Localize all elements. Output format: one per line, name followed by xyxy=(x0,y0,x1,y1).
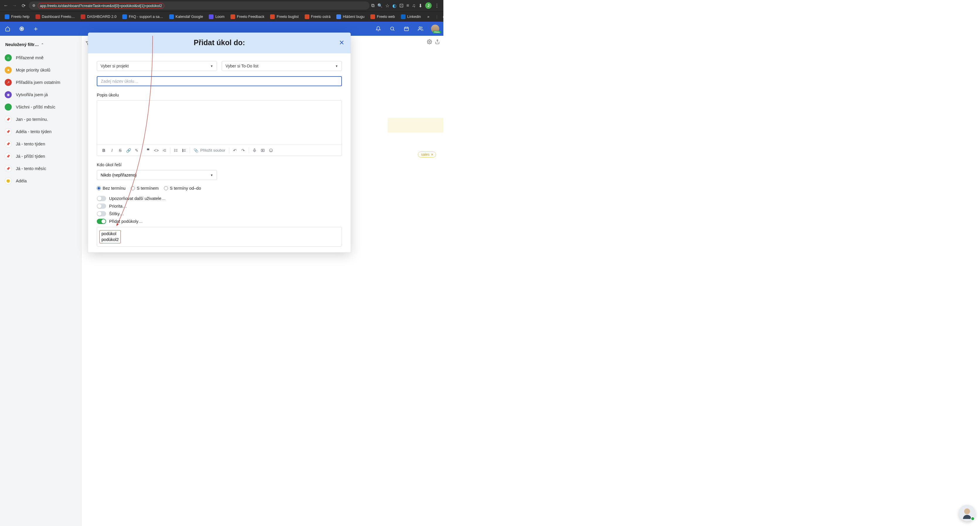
add-icon[interactable]: ＋ xyxy=(32,25,39,32)
modal-body: Vyber si projekt ▼ Vyber si To-Do list ▼… xyxy=(88,53,351,253)
bookmark-item[interactable]: Linkedin xyxy=(399,13,423,20)
radio-single-deadline[interactable]: S termínem xyxy=(131,186,159,191)
bookmark-star-icon[interactable]: ☆ xyxy=(385,3,390,8)
project-select[interactable]: Vyber si projekt ▼ xyxy=(97,61,217,71)
quote-button[interactable]: ❝ xyxy=(144,146,152,154)
bookmark-favicon xyxy=(209,14,213,19)
bold-button[interactable]: B xyxy=(100,146,108,154)
browser-chrome: ← → ⟳ ⚙ app.freelo.io/dashboard?createTa… xyxy=(0,0,443,22)
extensions-icon[interactable]: ⚀ xyxy=(399,3,404,8)
link-button[interactable]: 🔗 xyxy=(125,146,132,154)
bookmark-bar: Freelo helpDashboard Freelo…DASHBOARD 2.… xyxy=(0,11,443,22)
notifications-icon[interactable] xyxy=(375,25,382,32)
sidebar-item-icon: 📌 xyxy=(5,153,12,160)
highlight-button[interactable]: ✎ xyxy=(133,146,140,154)
modal-title: Přidat úkol do: xyxy=(95,38,344,47)
toggle-priority-switch[interactable] xyxy=(97,203,106,209)
menu-icon-1[interactable]: ≡ xyxy=(406,3,409,8)
forward-button[interactable]: → xyxy=(11,2,18,9)
strike-button[interactable]: S xyxy=(116,146,124,154)
bookmark-item[interactable]: Freelo Feedback xyxy=(228,13,267,20)
sidebar-title[interactable]: Neuložený filtr… ⌃ xyxy=(0,40,81,52)
bookmark-item[interactable]: Freelo help xyxy=(2,13,32,20)
people-icon[interactable] xyxy=(417,25,424,32)
bookmark-favicon xyxy=(270,14,275,19)
sales-tag[interactable]: sales ✕ xyxy=(418,152,436,157)
redo-button[interactable]: ↷ xyxy=(239,146,247,154)
sidebar-item[interactable]: ↗Přiřadil/a jsem ostatním xyxy=(0,76,81,89)
sidebar-item[interactable]: 📌Já - příští týden xyxy=(0,150,81,162)
bookmark-item[interactable]: Loom xyxy=(207,13,227,20)
zoom-icon[interactable]: 🔍 xyxy=(377,3,382,8)
address-bar[interactable]: ⚙ app.freelo.io/dashboard?createTask=tru… xyxy=(29,2,369,10)
user-avatar[interactable]: TRIAL xyxy=(431,25,439,33)
bookmark-favicon xyxy=(5,14,10,19)
toggle-subtasks: Přidat podúkoly… xyxy=(97,219,342,224)
sidebar-item-label: Moje priority úkolů xyxy=(16,68,51,72)
bookmark-item[interactable]: DASHBOARD 2.0 xyxy=(78,13,119,20)
number-list-button[interactable]: 123 xyxy=(180,146,188,154)
bookmark-item[interactable]: Hlášení bugu xyxy=(334,13,367,20)
bookmark-item[interactable]: Freelo ostrá xyxy=(302,13,333,20)
sidebar-item[interactable]: 📌Jan - po termínu. xyxy=(0,113,81,126)
playlist-icon[interactable]: ♫ xyxy=(412,3,415,8)
profile-avatar[interactable]: J xyxy=(425,2,432,9)
view-controls xyxy=(427,39,440,45)
bullet-list-button[interactable] xyxy=(172,146,180,154)
settings-icon[interactable] xyxy=(427,39,432,45)
task-name-input[interactable] xyxy=(97,76,342,86)
site-info-icon[interactable]: ⚙ xyxy=(32,3,35,8)
overflow-menu-icon[interactable]: ⋮ xyxy=(434,3,439,8)
all-bookmarks-button[interactable]: 🗀 Všechny záložky xyxy=(441,13,443,20)
sidebar-item[interactable]: 🙂Adéla xyxy=(0,175,81,187)
open-external-icon[interactable]: ⧉ xyxy=(371,3,374,8)
bookmark-favicon xyxy=(371,14,375,19)
bookmark-item[interactable]: Dashboard Freelo… xyxy=(33,13,77,20)
toggle-tags-switch[interactable] xyxy=(97,211,106,216)
back-button[interactable]: ← xyxy=(2,2,10,9)
subtask-line: podúkol2 xyxy=(102,237,119,243)
close-icon[interactable]: ✕ xyxy=(339,39,344,47)
wheel-icon[interactable] xyxy=(18,25,25,32)
share-icon[interactable] xyxy=(435,39,440,45)
italic-button[interactable]: I xyxy=(108,146,116,154)
editor-body[interactable] xyxy=(97,100,342,145)
calendar-icon[interactable] xyxy=(403,25,410,32)
emoji-icon[interactable] xyxy=(267,146,275,154)
toggle-priority: Priorita… xyxy=(97,203,342,209)
outdent-button[interactable] xyxy=(161,146,168,154)
reload-button[interactable]: ⟳ xyxy=(20,2,27,9)
bookmark-item[interactable]: Kalendář Google xyxy=(167,13,205,20)
svg-rect-2 xyxy=(404,27,409,31)
sidebar-item[interactable]: ◉Vytvořil/a jsem já xyxy=(0,89,81,101)
subtask-area[interactable]: podúkol podúkol2 xyxy=(97,227,342,246)
sidebar-item[interactable]: 📌Adéla - tento týden xyxy=(0,126,81,138)
extension-icon-1[interactable]: ◐ xyxy=(392,3,396,8)
bookmark-item[interactable]: Freelo buglist xyxy=(268,13,301,20)
bookmark-overflow[interactable]: » xyxy=(424,15,432,19)
mic-icon[interactable] xyxy=(251,146,258,154)
toggle-subtasks-switch[interactable] xyxy=(97,219,106,224)
toggle-notify-switch[interactable] xyxy=(97,196,106,201)
bookmark-item[interactable]: Freelo web xyxy=(368,13,397,20)
sidebar-item-label: Přiřazené mně xyxy=(16,56,43,60)
video-icon[interactable] xyxy=(259,146,267,154)
sidebar: Neuložený filtr… ⌃ ⌂Přiřazené mně★Moje p… xyxy=(0,36,81,526)
code-button[interactable]: <> xyxy=(153,146,160,154)
search-icon[interactable] xyxy=(389,25,396,32)
sidebar-item[interactable]: ⌂Přiřazené mně xyxy=(0,52,81,64)
bookmark-item[interactable]: FAQ - support a sa… xyxy=(120,13,165,20)
assignee-select[interactable]: Nikdo (nepřiřazeno) ▼ xyxy=(97,170,217,180)
radio-range-deadline[interactable]: S termíny od–do xyxy=(164,186,201,191)
download-icon[interactable]: ⬇ xyxy=(418,3,422,8)
todolist-select[interactable]: Vyber si To-Do list ▼ xyxy=(222,61,342,71)
sidebar-item[interactable]: 📌Já - tento měsíc xyxy=(0,162,81,175)
attach-file-button[interactable]: 📎 Přiložit soubor xyxy=(192,148,227,153)
sidebar-item[interactable]: ★Moje priority úkolů xyxy=(0,64,81,76)
undo-button[interactable]: ↶ xyxy=(231,146,239,154)
remove-tag-icon[interactable]: ✕ xyxy=(431,153,433,157)
radio-no-deadline[interactable]: Bez termínu xyxy=(97,186,126,191)
sidebar-item[interactable]: 📌Já - tento týden xyxy=(0,138,81,150)
sidebar-item[interactable]: Všichni - příští měsíc xyxy=(0,101,81,113)
home-icon[interactable] xyxy=(4,25,11,32)
